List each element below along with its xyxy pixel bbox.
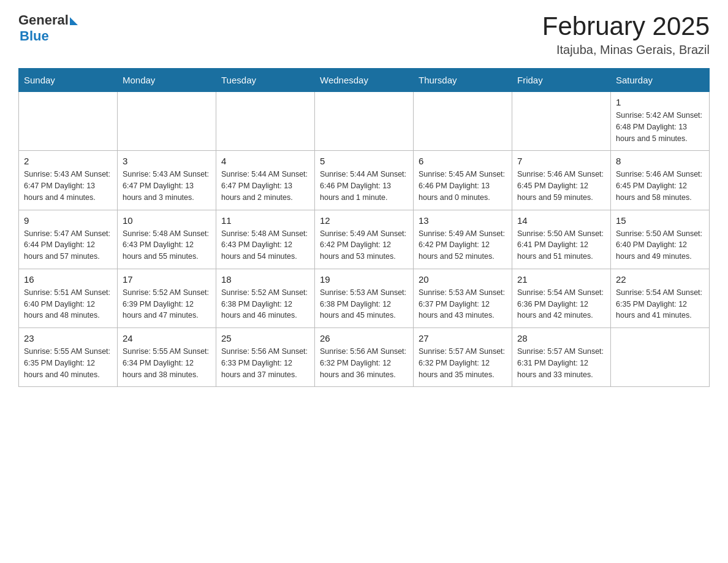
day-info: Sunrise: 5:48 AM Sunset: 6:43 PM Dayligh… (221, 228, 309, 262)
calendar-cell: 21Sunrise: 5:54 AM Sunset: 6:36 PM Dayli… (512, 269, 611, 327)
day-number: 20 (419, 274, 507, 285)
calendar-title: February 2025 (542, 12, 710, 40)
calendar-cell: 16Sunrise: 5:51 AM Sunset: 6:40 PM Dayli… (19, 269, 118, 327)
day-number: 18 (221, 274, 309, 285)
day-number: 6 (419, 156, 507, 166)
calendar-cell: 27Sunrise: 5:57 AM Sunset: 6:32 PM Dayli… (414, 328, 512, 387)
day-info: Sunrise: 5:53 AM Sunset: 6:37 PM Dayligh… (419, 287, 507, 321)
calendar-cell: 5Sunrise: 5:44 AM Sunset: 6:46 PM Daylig… (315, 151, 414, 210)
day-number: 2 (24, 156, 112, 166)
calendar-cell: 26Sunrise: 5:56 AM Sunset: 6:32 PM Dayli… (315, 328, 414, 387)
calendar-cell: 3Sunrise: 5:43 AM Sunset: 6:47 PM Daylig… (118, 151, 216, 210)
day-number: 16 (24, 274, 112, 285)
day-info: Sunrise: 5:46 AM Sunset: 6:45 PM Dayligh… (517, 169, 605, 203)
calendar-cell: 9Sunrise: 5:47 AM Sunset: 6:44 PM Daylig… (19, 210, 118, 269)
calendar-cell (512, 92, 611, 151)
day-info: Sunrise: 5:56 AM Sunset: 6:33 PM Dayligh… (221, 346, 309, 380)
calendar-week-row: 2Sunrise: 5:43 AM Sunset: 6:47 PM Daylig… (19, 151, 710, 210)
day-number: 14 (517, 215, 605, 226)
calendar-cell (315, 92, 414, 151)
calendar-week-row: 23Sunrise: 5:55 AM Sunset: 6:35 PM Dayli… (19, 328, 710, 387)
calendar-cell: 22Sunrise: 5:54 AM Sunset: 6:35 PM Dayli… (611, 269, 710, 327)
day-number: 27 (419, 333, 507, 343)
calendar-week-row: 16Sunrise: 5:51 AM Sunset: 6:40 PM Dayli… (19, 269, 710, 327)
calendar-cell (611, 328, 710, 387)
day-number: 3 (123, 156, 211, 166)
day-number: 23 (24, 333, 112, 343)
day-info: Sunrise: 5:45 AM Sunset: 6:46 PM Dayligh… (419, 169, 507, 203)
calendar-cell: 4Sunrise: 5:44 AM Sunset: 6:47 PM Daylig… (216, 151, 315, 210)
calendar-cell: 24Sunrise: 5:55 AM Sunset: 6:34 PM Dayli… (118, 328, 216, 387)
day-of-week-sunday: Sunday (19, 69, 118, 92)
calendar-subtitle: Itajuba, Minas Gerais, Brazil (542, 43, 710, 57)
day-info: Sunrise: 5:54 AM Sunset: 6:36 PM Dayligh… (517, 287, 605, 321)
calendar-header: SundayMondayTuesdayWednesdayThursdayFrid… (19, 69, 710, 92)
day-number: 1 (616, 97, 704, 107)
day-number: 5 (320, 156, 408, 166)
day-info: Sunrise: 5:49 AM Sunset: 6:42 PM Dayligh… (419, 228, 507, 262)
calendar-title-block: February 2025 Itajuba, Minas Gerais, Bra… (542, 12, 710, 57)
day-info: Sunrise: 5:46 AM Sunset: 6:45 PM Dayligh… (616, 169, 704, 203)
calendar-cell: 11Sunrise: 5:48 AM Sunset: 6:43 PM Dayli… (216, 210, 315, 269)
day-info: Sunrise: 5:43 AM Sunset: 6:47 PM Dayligh… (24, 169, 112, 203)
calendar-cell: 6Sunrise: 5:45 AM Sunset: 6:46 PM Daylig… (414, 151, 512, 210)
day-info: Sunrise: 5:54 AM Sunset: 6:35 PM Dayligh… (616, 287, 704, 321)
day-number: 24 (123, 333, 211, 343)
logo-blue-text: Blue (20, 28, 49, 44)
day-number: 12 (320, 215, 408, 226)
calendar-cell (19, 92, 118, 151)
calendar-cell: 23Sunrise: 5:55 AM Sunset: 6:35 PM Dayli… (19, 328, 118, 387)
calendar-cell: 25Sunrise: 5:56 AM Sunset: 6:33 PM Dayli… (216, 328, 315, 387)
logo: General Blue (18, 12, 78, 44)
day-number: 15 (616, 215, 704, 226)
day-number: 19 (320, 274, 408, 285)
calendar-body: 1Sunrise: 5:42 AM Sunset: 6:48 PM Daylig… (19, 92, 710, 387)
logo-general-text: General (18, 12, 69, 28)
day-number: 25 (221, 333, 309, 343)
calendar-cell (216, 92, 315, 151)
calendar-cell: 13Sunrise: 5:49 AM Sunset: 6:42 PM Dayli… (414, 210, 512, 269)
day-number: 10 (123, 215, 211, 226)
day-of-week-monday: Monday (118, 69, 216, 92)
calendar-cell: 20Sunrise: 5:53 AM Sunset: 6:37 PM Dayli… (414, 269, 512, 327)
day-info: Sunrise: 5:42 AM Sunset: 6:48 PM Dayligh… (616, 110, 704, 144)
day-number: 21 (517, 274, 605, 285)
day-of-week-friday: Friday (512, 69, 611, 92)
day-info: Sunrise: 5:55 AM Sunset: 6:34 PM Dayligh… (123, 346, 211, 380)
calendar-cell: 19Sunrise: 5:53 AM Sunset: 6:38 PM Dayli… (315, 269, 414, 327)
day-number: 4 (221, 156, 309, 166)
day-number: 22 (616, 274, 704, 285)
day-of-week-saturday: Saturday (611, 69, 710, 92)
page-header: General Blue February 2025 Itajuba, Mina… (18, 12, 710, 57)
calendar-cell: 14Sunrise: 5:50 AM Sunset: 6:41 PM Dayli… (512, 210, 611, 269)
calendar-cell: 28Sunrise: 5:57 AM Sunset: 6:31 PM Dayli… (512, 328, 611, 387)
day-info: Sunrise: 5:51 AM Sunset: 6:40 PM Dayligh… (24, 287, 112, 321)
calendar-cell (118, 92, 216, 151)
day-info: Sunrise: 5:57 AM Sunset: 6:31 PM Dayligh… (517, 346, 605, 380)
day-info: Sunrise: 5:44 AM Sunset: 6:46 PM Dayligh… (320, 169, 408, 203)
day-info: Sunrise: 5:43 AM Sunset: 6:47 PM Dayligh… (123, 169, 211, 203)
day-header-row: SundayMondayTuesdayWednesdayThursdayFrid… (19, 69, 710, 92)
logo-triangle-icon (70, 17, 78, 25)
calendar-cell: 17Sunrise: 5:52 AM Sunset: 6:39 PM Dayli… (118, 269, 216, 327)
day-number: 9 (24, 215, 112, 226)
calendar-cell: 15Sunrise: 5:50 AM Sunset: 6:40 PM Dayli… (611, 210, 710, 269)
day-number: 28 (517, 333, 605, 343)
calendar-cell: 7Sunrise: 5:46 AM Sunset: 6:45 PM Daylig… (512, 151, 611, 210)
calendar-cell: 8Sunrise: 5:46 AM Sunset: 6:45 PM Daylig… (611, 151, 710, 210)
day-info: Sunrise: 5:44 AM Sunset: 6:47 PM Dayligh… (221, 169, 309, 203)
calendar-week-row: 1Sunrise: 5:42 AM Sunset: 6:48 PM Daylig… (19, 92, 710, 151)
day-number: 8 (616, 156, 704, 166)
calendar-cell: 1Sunrise: 5:42 AM Sunset: 6:48 PM Daylig… (611, 92, 710, 151)
day-of-week-tuesday: Tuesday (216, 69, 315, 92)
calendar-cell: 12Sunrise: 5:49 AM Sunset: 6:42 PM Dayli… (315, 210, 414, 269)
day-info: Sunrise: 5:53 AM Sunset: 6:38 PM Dayligh… (320, 287, 408, 321)
day-number: 17 (123, 274, 211, 285)
day-info: Sunrise: 5:52 AM Sunset: 6:38 PM Dayligh… (221, 287, 309, 321)
day-number: 11 (221, 215, 309, 226)
day-info: Sunrise: 5:57 AM Sunset: 6:32 PM Dayligh… (419, 346, 507, 380)
day-info: Sunrise: 5:50 AM Sunset: 6:41 PM Dayligh… (517, 228, 605, 262)
day-of-week-thursday: Thursday (414, 69, 512, 92)
day-number: 26 (320, 333, 408, 343)
calendar-cell (414, 92, 512, 151)
